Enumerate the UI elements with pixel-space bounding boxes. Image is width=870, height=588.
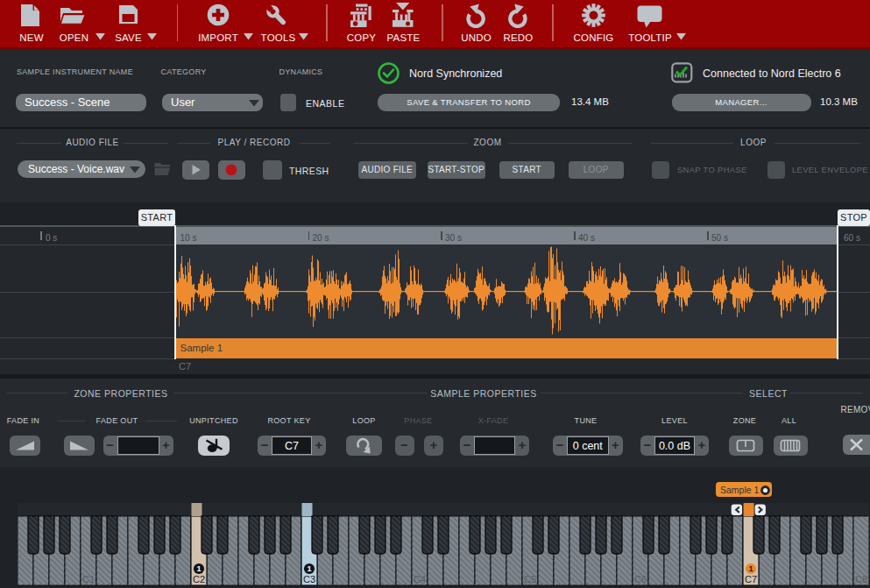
svg-text:C5: C5	[523, 574, 535, 584]
svg-text:C4: C4	[413, 574, 425, 584]
svg-text:C8: C8	[854, 574, 866, 584]
svg-text:1: 1	[196, 564, 201, 573]
svg-text:C3: C3	[302, 574, 315, 584]
svg-text:1: 1	[307, 564, 311, 573]
svg-text:C7: C7	[744, 574, 756, 584]
svg-text:C6: C6	[633, 574, 646, 584]
svg-text:C2: C2	[192, 574, 204, 584]
svg-text:C1: C1	[81, 574, 94, 584]
svg-text:1: 1	[748, 564, 753, 573]
